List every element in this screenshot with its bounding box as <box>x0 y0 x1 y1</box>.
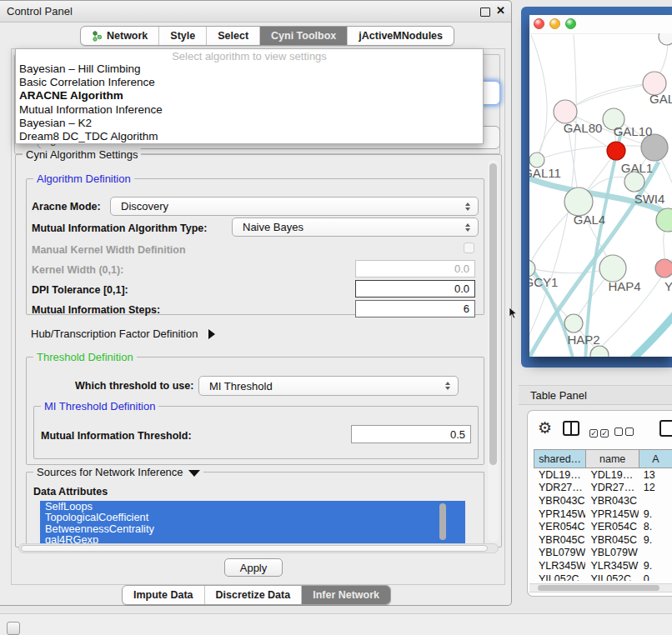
close-traffic-light-icon[interactable] <box>534 18 544 29</box>
manual-kernel-checkbox[interactable] <box>464 242 474 253</box>
dpi-tolerance-input[interactable]: 0.0 <box>355 280 475 298</box>
data-attributes-list[interactable]: SelfLoopsTopologicalCoefficientBetweenne… <box>40 501 465 546</box>
network-node-hap4[interactable] <box>599 255 626 282</box>
table-panel-titlebar[interactable]: Table Panel <box>519 385 672 405</box>
node-table[interactable]: shared…nameA YDL19…YDL19…13YDR27…YDR27…1… <box>534 449 672 581</box>
mi-threshold-input[interactable]: 0.5 <box>351 425 471 443</box>
algorithm-option[interactable]: Bayesian – Hill Climbing <box>16 62 483 76</box>
which-threshold-select[interactable]: MI Threshold <box>198 376 459 396</box>
settings-vertical-scrollbar-thumb[interactable] <box>489 163 497 465</box>
node-label: GAL1 <box>621 161 653 175</box>
network-node[interactable] <box>607 142 625 160</box>
new-table-icon[interactable] <box>659 420 672 437</box>
control-panel-titlebar[interactable]: Control Panel ✕ <box>0 1 511 22</box>
tab-label: Impute Data <box>133 589 193 601</box>
control-panel-window: Control Panel ✕ NetworkStyleSelectCyni T… <box>0 0 512 606</box>
tab-jactivemnodules[interactable]: jActiveMNodules <box>348 27 454 45</box>
minimize-traffic-light-icon[interactable] <box>549 18 560 29</box>
attribute-list-item[interactable]: BetweennessCentrality <box>40 523 465 534</box>
dpi-tolerance-value: 0.0 <box>454 282 469 295</box>
table-row[interactable]: YDR27…YDR27…12 <box>534 482 672 495</box>
algorithm-option[interactable]: Mutual Information Inference <box>16 103 483 117</box>
settings-vertical-scrollbar[interactable] <box>488 160 499 542</box>
node-label: GAL4 <box>574 212 605 227</box>
close-icon[interactable]: ✕ <box>496 4 505 17</box>
settings-horizontal-scrollbar-thumb[interactable] <box>21 545 488 552</box>
expanded-arrow-icon <box>188 470 200 477</box>
which-threshold-value: MI Threshold <box>199 380 441 392</box>
network-node[interactable] <box>590 346 609 357</box>
mi-threshold-group-title: MI Threshold Definition <box>41 400 158 412</box>
table-row[interactable]: YPR145WYPR145W9. <box>534 508 672 521</box>
algorithm-dropdown-popup: Select algorithm to view settings Bayesi… <box>15 48 484 144</box>
column-header[interactable]: name <box>585 449 638 468</box>
network-view-titlebar[interactable] <box>529 15 672 34</box>
column-header[interactable]: A <box>639 449 672 468</box>
gear-icon[interactable]: ⚙ <box>538 416 552 441</box>
table-row[interactable]: YBR043CYBR043C <box>534 494 672 508</box>
tab-discretize-data[interactable]: Discretize Data <box>205 586 303 604</box>
node-label: HAP2 <box>567 332 599 347</box>
attributes-list-scrollbar-thumb[interactable] <box>439 503 446 540</box>
mi-type-select[interactable]: Naive Bayes <box>232 218 479 237</box>
aracne-mode-select[interactable]: Discovery <box>110 197 479 216</box>
node-label: GAL10 <box>614 124 653 138</box>
attribute-list-item[interactable]: TopologicalCoefficient <box>40 512 465 522</box>
threshold-definition-group: Threshold Definition Which threshold to … <box>26 357 484 465</box>
table-row[interactable]: YER054CYER054C8. <box>534 520 672 533</box>
table-toolbar: ⚙ ✓✓ <box>528 416 672 442</box>
table-row[interactable]: YBL079WYBL079W <box>534 547 672 560</box>
kernel-width-input[interactable]: 0.0 <box>355 260 475 278</box>
table-row[interactable]: YLR345WYLR345W9. <box>534 559 672 572</box>
sources-group-title[interactable]: Sources for Network Inference <box>33 466 203 478</box>
select-all-columns-icon[interactable]: ✓✓ <box>589 424 611 439</box>
algorithm-option[interactable]: Basic Correlation Inference <box>16 76 483 89</box>
float-window-icon[interactable] <box>480 8 490 17</box>
mi-steps-input[interactable]: 6 <box>355 300 475 318</box>
node-label: SWI4 <box>634 192 665 206</box>
tab-infer-network[interactable]: Infer Network <box>302 586 390 604</box>
tab-impute-data[interactable]: Impute Data <box>123 586 205 604</box>
columns-icon[interactable] <box>563 421 579 436</box>
algorithm-definition-group: Algorithm Definition Aracne Mode: Discov… <box>26 178 484 315</box>
table-row[interactable]: YBR045CYBR045C9. <box>534 533 672 547</box>
table-cell: 8. <box>639 521 672 532</box>
tab-select[interactable]: Select <box>207 27 260 45</box>
network-node-hap2[interactable] <box>564 314 583 332</box>
mi-threshold-value: 0.5 <box>450 428 465 441</box>
attribute-list-item[interactable]: SelfLoops <box>40 501 465 512</box>
table-row[interactable]: YDL19…YDL19…13 <box>534 468 672 482</box>
status-mini-button[interactable] <box>7 622 20 635</box>
zoom-traffic-light-icon[interactable] <box>565 18 576 29</box>
settings-horizontal-scrollbar[interactable] <box>18 543 499 553</box>
tab-label: Infer Network <box>313 589 379 601</box>
node-label: GCY1 <box>529 275 558 289</box>
network-canvas[interactable]: GALGAL80GAL10GAL11GAL1GAL4SWI4GCY1HAP4YH… <box>529 33 672 357</box>
table-horizontal-scrollbar-thumb[interactable] <box>538 585 659 591</box>
tab-network[interactable]: Network <box>81 27 159 45</box>
algorithm-option[interactable]: Bayesian – K2 <box>16 117 483 130</box>
tab-cyni-toolbox[interactable]: Cyni Toolbox <box>260 27 348 45</box>
table-cell: YER054C <box>585 521 638 532</box>
network-node[interactable] <box>659 33 672 45</box>
network-node-y[interactable] <box>655 259 672 278</box>
app-root: Control Panel ✕ NetworkStyleSelectCyni T… <box>0 0 672 635</box>
algorithm-dropdown-items: Bayesian – Hill ClimbingBasic Correlatio… <box>16 62 483 143</box>
apply-button[interactable]: Apply <box>224 558 283 577</box>
table-row[interactable]: YIL052CYIL052C0 <box>534 572 672 581</box>
node-label: GAL11 <box>529 166 561 180</box>
deselect-all-columns-icon[interactable] <box>614 424 636 439</box>
tab-style[interactable]: Style <box>159 27 207 45</box>
table-body: YDL19…YDL19…13YDR27…YDR27…12YBR043CYBR04… <box>534 468 672 581</box>
column-header[interactable]: shared… <box>534 449 585 468</box>
network-node-gal4[interactable] <box>564 188 593 216</box>
node-label: GAL80 <box>564 121 603 135</box>
network-view-window: GALGAL80GAL10GAL11GAL1GAL4SWI4GCY1HAP4YH… <box>521 7 672 368</box>
network-node-gal80[interactable] <box>554 100 577 123</box>
algorithm-option[interactable]: Dream8 DC_TDC Algorithm <box>16 130 483 143</box>
aracne-mode-label: Aracne Mode: <box>32 201 101 212</box>
table-horizontal-scrollbar[interactable] <box>529 583 672 592</box>
cyni-algorithm-settings-group: Cyni Algorithm Settings Algorithm Defini… <box>15 154 502 548</box>
hub-definition-expander[interactable]: Hub/Transcription Factor Definition <box>31 326 215 341</box>
algorithm-option[interactable]: ARACNE Algorithm <box>16 89 483 102</box>
